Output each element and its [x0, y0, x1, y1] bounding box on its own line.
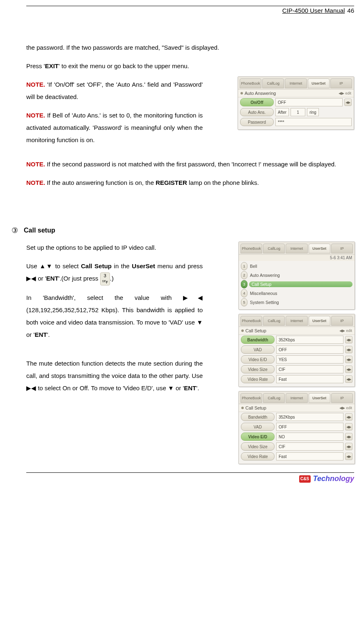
tab-calllog[interactable]: CallLog	[263, 393, 285, 403]
text-bold: ENT	[184, 384, 196, 391]
tab-label: PhoneBook	[241, 81, 260, 85]
tab-calllog[interactable]: CallLog	[262, 78, 284, 88]
arrow-button[interactable]: ◀▶	[345, 346, 353, 353]
text: Use ▲▼ to select	[26, 262, 81, 269]
setting-row-vad: VAD OFF ◀▶	[239, 345, 355, 355]
key-exit: EXIT	[45, 62, 58, 69]
arrow-button[interactable]: ◀▶	[345, 336, 353, 343]
arrow-button[interactable]: ◀▶	[345, 433, 353, 440]
setting-label[interactable]: Video Rate	[241, 452, 275, 460]
setting-value[interactable]: NO	[276, 433, 343, 441]
note-label: NOTE.	[26, 179, 45, 186]
edit-hint: ◀▶ edit	[339, 406, 352, 410]
register-word: REGISTER	[156, 179, 187, 186]
setting-label[interactable]: Video Size	[241, 442, 275, 451]
key-3-icon: 3 ᴰᴱꜰ	[100, 272, 110, 285]
device-tabs: PhoneBook CallLog Internet UserSet IP	[239, 314, 355, 327]
menu-item-miscellaneous[interactable]: 4 Miscellaneous	[239, 289, 355, 298]
tab-internet[interactable]: Internet	[286, 393, 307, 403]
setting-value[interactable]: CIF	[276, 442, 343, 451]
footer-rule	[26, 472, 354, 473]
setting-label[interactable]: Video Rate	[241, 375, 275, 383]
arrow-button[interactable]: ◀▶	[345, 375, 353, 383]
tab-phonebook[interactable]: PhoneBook	[240, 244, 262, 253]
note-body: If the second password is not matched wi…	[45, 161, 336, 168]
menu-label: Bell	[249, 264, 353, 269]
text: '.	[47, 331, 50, 338]
brand-logo: C&S Technology	[299, 474, 354, 483]
tab-label: PhoneBook	[242, 246, 261, 251]
tab-phonebook[interactable]: PhoneBook	[240, 316, 262, 326]
menu-label: Auto Answering	[249, 273, 353, 278]
note-label: NOTE.	[26, 161, 45, 168]
setting-label[interactable]: Video Size	[241, 365, 275, 373]
tab-calllog[interactable]: CallLog	[263, 244, 285, 253]
note-body: lamp on the phone blinks.	[187, 179, 259, 186]
setting-label[interactable]: Password	[240, 118, 274, 126]
menu-number: 4	[241, 289, 247, 297]
note-body: 'If 'On/Off' set 'OFF', the 'Auto Ans.' …	[26, 81, 203, 100]
arrow-button[interactable]: ◀▶	[345, 366, 353, 373]
tab-ip[interactable]: IP	[331, 244, 353, 253]
tab-userset[interactable]: UserSet	[309, 316, 330, 326]
setting-value[interactable]: 352Kbps	[276, 413, 343, 421]
tab-internet[interactable]: Internet	[286, 316, 307, 326]
setting-value[interactable]: OFF	[276, 423, 343, 431]
text: .)	[110, 275, 114, 282]
setting-value[interactable]: YES	[276, 355, 343, 364]
tab-ip[interactable]: IP	[331, 316, 353, 326]
setting-label[interactable]: VAD	[241, 345, 275, 354]
menu-item-system-setting[interactable]: 5 System Setting	[239, 298, 355, 307]
menu-item-bell[interactable]: 1 Bell	[239, 262, 355, 271]
arrow-button[interactable]: ◀▶	[345, 356, 353, 363]
menu-item-auto-answering[interactable]: 2 Auto Answering	[239, 271, 355, 280]
title-bullet-icon	[241, 407, 244, 409]
setting-value[interactable]: Fast	[276, 375, 343, 383]
arrow-button[interactable]: ◀▶	[345, 423, 353, 431]
text-bold: ENT	[46, 275, 59, 282]
right-screenshot-column: PhoneBook CallLog Internet UserSet IP 5-…	[238, 242, 354, 464]
setting-value-suffix: ring	[307, 108, 319, 116]
tab-internet[interactable]: Internet	[286, 244, 307, 253]
setting-label[interactable]: Video E/D	[241, 355, 275, 364]
arrow-button[interactable]: ◀▶	[344, 99, 352, 106]
tab-ip[interactable]: IP	[330, 78, 352, 88]
setting-row-autoans: Auto Ans. After 1 ring	[238, 107, 354, 117]
screen-title: Auto Answering	[245, 91, 276, 96]
setting-value[interactable]: 352Kbps	[276, 336, 343, 344]
tab-userset[interactable]: UserSet	[308, 78, 330, 88]
setting-row-video-rate: Video Rate Fast ◀▶	[239, 451, 355, 461]
setting-label[interactable]: On/Off	[240, 98, 274, 106]
tab-ip[interactable]: IP	[331, 393, 353, 403]
arrow-button[interactable]: ◀▶	[345, 453, 353, 460]
setting-value[interactable]: ****	[275, 118, 352, 126]
setting-label[interactable]: Bandwidth	[241, 413, 275, 421]
tab-phonebook[interactable]: PhoneBook	[240, 393, 262, 403]
setting-value[interactable]: CIF	[276, 365, 343, 373]
arrow-button[interactable]: ◀▶	[345, 443, 353, 450]
setting-label[interactable]: Auto Ans.	[240, 108, 274, 116]
tab-calllog[interactable]: CallLog	[263, 316, 285, 326]
note-3: NOTE. If the second password is not matc…	[26, 158, 354, 170]
setting-value[interactable]: OFF	[275, 98, 343, 106]
setting-row-bandwidth: Bandwidth 352Kbps ◀▶	[239, 412, 355, 422]
section-heading-call-setup: ③ Call setup	[11, 226, 354, 235]
text: '.(Or just press	[59, 275, 100, 282]
menu-item-call-setup[interactable]: 3 Call Setup	[239, 280, 355, 289]
arrow-button[interactable]: ◀▶	[345, 413, 353, 421]
text: ' to exit the menu or go back to the upp…	[59, 62, 189, 69]
edit-hint: ◀▶ edit	[339, 91, 351, 95]
setting-label[interactable]: Video E/D	[241, 433, 275, 441]
menu-number: 3	[241, 280, 247, 288]
tab-phonebook[interactable]: PhoneBook	[240, 78, 261, 88]
tab-internet[interactable]: Internet	[285, 78, 307, 88]
setting-label[interactable]: VAD	[241, 423, 275, 431]
tab-userset[interactable]: UserSet	[309, 393, 330, 403]
setting-value[interactable]: Fast	[276, 452, 343, 460]
tab-userset[interactable]: UserSet	[309, 244, 330, 253]
screen-title: Call Setup	[245, 405, 266, 410]
note-body: If Bell of 'Auto Ans.' is set to 0, the …	[26, 112, 203, 143]
setting-value-number[interactable]: 1	[291, 108, 305, 116]
setting-label[interactable]: Bandwidth	[241, 336, 275, 344]
setting-value[interactable]: OFF	[276, 345, 343, 354]
